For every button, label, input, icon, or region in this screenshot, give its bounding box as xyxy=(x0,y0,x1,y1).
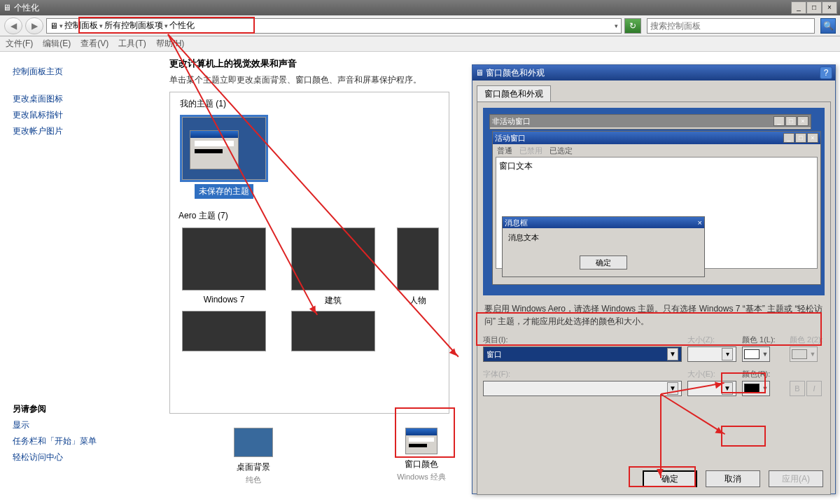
desktop-bg-link[interactable]: 桌面背景 纯色 xyxy=(211,428,295,485)
theme-aero-2-label: 人物 xyxy=(410,295,426,305)
menu-edit[interactable]: 编辑(E) xyxy=(43,38,71,50)
preview-active-window: 活动窗口 _□× 普通 已禁用 已选定 窗口文本 消息框 × 消息文本 确定 xyxy=(492,131,821,285)
theme-aero-0-label: Windows 7 xyxy=(204,295,245,304)
theme-aero-4[interactable] xyxy=(288,311,379,356)
app-icon: 🖥 xyxy=(3,3,11,13)
font-label: 字体(F): xyxy=(483,369,682,379)
maximize-button[interactable]: □ xyxy=(806,1,822,14)
color2-picker: ▼ xyxy=(790,346,818,362)
desktop-bg-label: 桌面背景 xyxy=(211,461,295,473)
menu-file[interactable]: 文件(F) xyxy=(6,38,33,50)
appearance-preview: 非活动窗口 _□× 活动窗口 _□× 普通 已禁用 已选定 窗口文本 消息框 × xyxy=(483,108,825,295)
sidebar-link2-2[interactable]: 轻松访问中心 xyxy=(13,451,148,463)
address-icon: 🖥 xyxy=(50,21,58,31)
window-color-label: 窗口颜色 xyxy=(379,458,463,470)
dialog-cancel-button[interactable]: 取消 xyxy=(706,470,760,487)
dialog-title: 窗口颜色和外观 xyxy=(486,68,545,78)
fsize-combo: ▼ xyxy=(687,381,736,396)
aero-label: Aero 主题 (7) xyxy=(178,210,440,222)
menu-tools[interactable]: 工具(T) xyxy=(118,38,146,50)
item-label: 项目(I): xyxy=(483,335,682,345)
address-bar[interactable]: 🖥 ▾ 控制面板 ▾ 所有控制面板项 ▾ 个性化 ▾ xyxy=(46,18,622,34)
sidebar-link-0[interactable]: 更改桌面图标 xyxy=(13,93,148,105)
breadcrumb-c[interactable]: 个性化 xyxy=(169,20,195,31)
menu-view[interactable]: 查看(V) xyxy=(80,38,108,50)
sidebar: 控制面板主页 更改桌面图标 更改鼠标指针 更改帐户图片 另请参阅 显示 任务栏和… xyxy=(0,52,161,504)
item-combo[interactable]: 窗口 ▼ xyxy=(483,346,682,362)
breadcrumb-b[interactable]: 所有控制面板项 xyxy=(104,20,163,31)
color2-label: 颜色 2(2): xyxy=(790,335,825,345)
theme-aero-1[interactable]: 建筑 xyxy=(288,227,379,307)
appearance-dialog: 🖥 窗口颜色和外观 ? 窗口颜色和外观 非活动窗口 _□× 活动窗口 _□× 普… xyxy=(472,64,836,494)
color1-picker[interactable]: ▼ xyxy=(742,346,770,362)
preview-msgbox: 消息框 × 消息文本 确定 xyxy=(502,216,705,277)
menu-help[interactable]: 帮助(H) xyxy=(156,38,185,50)
dialog-titlebar: 🖥 窗口颜色和外观 ? xyxy=(472,65,835,80)
sidebar-link2-1[interactable]: 任务栏和「开始」菜单 xyxy=(13,435,148,447)
search-button[interactable]: 🔍 xyxy=(820,18,836,34)
sidebar-seealso: 另请参阅 xyxy=(13,403,148,415)
chevron-down-icon: ▼ xyxy=(667,348,678,360)
themes-group: 我的主题 (1) 未保存的主题 Aero 主题 (7) Windows 7 建筑 xyxy=(169,92,449,414)
search-input[interactable] xyxy=(650,21,811,31)
preview-msg-ok: 确定 xyxy=(580,255,627,270)
window-titlebar: 🖥 个性化 _ □ × xyxy=(0,0,840,15)
menu-bar: 文件(F) 编辑(E) 查看(V) 工具(T) 帮助(H) xyxy=(0,36,840,52)
close-icon: × xyxy=(698,218,702,227)
preview-window-text: 窗口文本 xyxy=(499,160,814,172)
dialog-note: 要启用 Windows Aero，请选择 Windows 主题。只有选择 Win… xyxy=(484,302,823,328)
dialog-tab[interactable]: 窗口颜色和外观 xyxy=(477,85,551,102)
sidebar-link-2[interactable]: 更改帐户图片 xyxy=(13,125,148,137)
address-dropdown-icon[interactable]: ▾ xyxy=(615,22,618,29)
bold-italic: B I xyxy=(790,381,825,396)
font-combo: ▼ xyxy=(483,381,682,396)
sidebar-home[interactable]: 控制面板主页 xyxy=(13,66,148,78)
window-color-link[interactable]: 窗口颜色 Windows 经典 xyxy=(379,428,463,485)
dialog-icon: 🖥 xyxy=(475,68,484,78)
window-color-sub: Windows 经典 xyxy=(379,472,463,482)
minimize-button[interactable]: _ xyxy=(791,1,806,14)
theme-unsaved[interactable]: 未保存的主题 xyxy=(178,117,270,199)
chevron-down-icon: ▾ xyxy=(59,22,63,29)
window-title: 个性化 xyxy=(14,2,39,14)
forward-button[interactable]: ▶ xyxy=(25,18,43,34)
preview-inactive-window: 非活动窗口 _□× xyxy=(489,114,811,130)
fcolor-label: 颜色(R): xyxy=(742,369,784,379)
breadcrumb-a[interactable]: 控制面板 xyxy=(64,20,98,31)
dialog-apply-button: 应用(A) xyxy=(769,470,823,487)
theme-unsaved-label: 未保存的主题 xyxy=(195,184,253,199)
theme-aero-3[interactable] xyxy=(178,311,270,356)
nav-toolbar: ◀ ▶ 🖥 ▾ 控制面板 ▾ 所有控制面板项 ▾ 个性化 ▾ ↻ 🔍 xyxy=(0,15,840,36)
size-label: 大小(Z): xyxy=(687,335,736,345)
desktop-bg-sub: 纯色 xyxy=(211,475,295,485)
dialog-help-button[interactable]: ? xyxy=(820,66,832,79)
sidebar-link2-0[interactable]: 显示 xyxy=(13,419,148,431)
sidebar-link-1[interactable]: 更改鼠标指针 xyxy=(13,109,148,121)
color1-label: 颜色 1(L): xyxy=(742,335,784,345)
back-button[interactable]: ◀ xyxy=(4,18,22,34)
search-box[interactable] xyxy=(647,18,815,34)
size-combo: ▾ xyxy=(687,346,736,362)
close-button[interactable]: × xyxy=(822,1,837,14)
mythemes-label: 我的主题 (1) xyxy=(178,99,227,108)
theme-aero-2[interactable]: 人物 xyxy=(397,227,439,307)
dialog-ok-button[interactable]: 确定 xyxy=(643,470,697,487)
refresh-button[interactable]: ↻ xyxy=(624,18,641,34)
fsize-label: 大小(E): xyxy=(687,369,736,379)
theme-aero-1-label: 建筑 xyxy=(325,295,342,305)
theme-aero-0[interactable]: Windows 7 xyxy=(178,227,270,307)
fcolor-picker[interactable]: ▼ xyxy=(742,381,770,396)
